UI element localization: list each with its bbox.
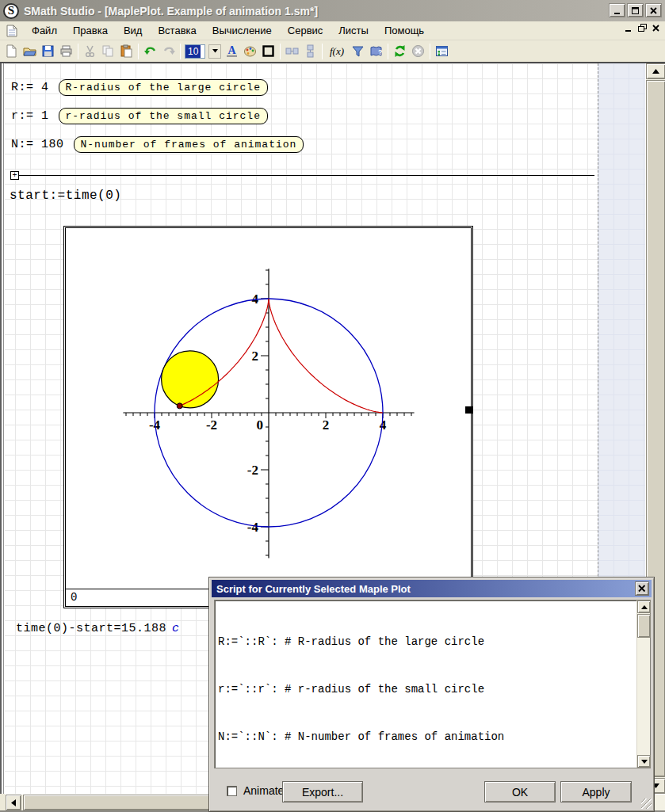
collapsed-region-toggle[interactable]: + <box>10 171 19 180</box>
dialog-close-button[interactable] <box>635 581 649 596</box>
toolbar-separator <box>430 44 430 59</box>
mdi-restore-button[interactable] <box>638 24 647 32</box>
svg-text:0: 0 <box>257 417 264 433</box>
reference-book-icon: ? <box>369 44 383 58</box>
align-vertical-icon <box>304 44 317 58</box>
maple-plot[interactable]: -4-2024-4-224 0 <box>63 226 473 608</box>
font-color-button[interactable]: A <box>223 43 241 60</box>
border-button[interactable] <box>259 43 277 60</box>
script-scroll-up-button[interactable] <box>637 600 651 613</box>
stop-button[interactable] <box>409 43 427 60</box>
document-icon[interactable] <box>6 25 17 37</box>
definition-N[interactable]: N:= 180 N-number of frames of animation <box>11 136 304 153</box>
plot-resize-handle[interactable] <box>465 406 472 414</box>
print-button[interactable] <box>57 43 75 60</box>
save-button[interactable] <box>39 43 57 60</box>
align-vertical-button[interactable] <box>301 43 319 60</box>
maximize-button[interactable] <box>627 3 644 17</box>
comment-R[interactable]: R-radius of the large circle <box>59 79 268 96</box>
font-color-icon: A <box>225 44 239 58</box>
script-scroll-thumb[interactable] <box>637 614 651 638</box>
palette-button[interactable] <box>241 43 259 60</box>
font-size-combo[interactable]: 10 <box>185 44 221 59</box>
copy-button[interactable] <box>99 43 117 60</box>
script-editor[interactable]: R:=`::R`: # R-radius of the large circle… <box>214 600 651 768</box>
font-size-text: 10 <box>185 45 201 58</box>
undo-button[interactable] <box>141 43 159 60</box>
comment-N[interactable]: N-number of frames of animation <box>74 136 304 153</box>
export-button[interactable]: Export... <box>282 781 363 802</box>
script-text[interactable]: R:=`::R`: # R-radius of the large circle… <box>215 600 636 768</box>
svg-text:-4: -4 <box>247 520 259 535</box>
resize-grip[interactable] <box>641 799 652 809</box>
paste-button[interactable] <box>117 43 136 60</box>
print-icon <box>59 44 73 58</box>
menu-help[interactable]: Помощь <box>376 23 432 38</box>
close-icon <box>649 6 658 15</box>
menu-file[interactable]: Файл <box>24 23 65 38</box>
expr-R[interactable]: R:= 4 <box>11 81 49 94</box>
maple-script-dialog: Script for Currently Selected Maple Plot… <box>208 577 655 812</box>
dialog-title-bar[interactable]: Script for Currently Selected Maple Plot <box>212 580 652 597</box>
expr-N[interactable]: N:= 180 <box>11 138 64 151</box>
svg-text:-2: -2 <box>247 463 258 478</box>
dialog-title: Script for Currently Selected Maple Plot <box>216 583 411 595</box>
reference-book-button[interactable]: ? <box>367 43 385 60</box>
align-horizontal-button[interactable] <box>283 43 301 60</box>
menu-view[interactable]: Вид <box>116 23 151 38</box>
menu-calculation[interactable]: Вычисление <box>204 23 280 38</box>
elapsed-expression[interactable]: time(0)-start=15.188с <box>16 622 180 635</box>
options-panel-button[interactable] <box>433 43 451 60</box>
menu-edit[interactable]: Правка <box>65 23 116 38</box>
function-button[interactable]: f(x) <box>325 43 349 60</box>
mdi-minimize-icon <box>625 25 633 32</box>
redo-button[interactable] <box>159 43 178 60</box>
elapsed-value: time(0)-start=15.188 <box>16 622 166 635</box>
new-document-button[interactable] <box>2 43 21 60</box>
animate-label[interactable]: Animate <box>243 784 284 797</box>
open-button[interactable] <box>21 43 39 60</box>
cut-button[interactable] <box>81 43 99 60</box>
apply-button[interactable]: Apply <box>560 781 632 802</box>
collapsed-region-line <box>19 175 594 176</box>
mdi-close-icon <box>652 25 660 32</box>
menu-sheets[interactable]: Листы <box>331 23 376 38</box>
start-expression[interactable]: start:=time(0) <box>10 189 121 203</box>
definition-R[interactable]: R:= 4 R-radius of the large circle <box>11 79 268 96</box>
refresh-button[interactable] <box>391 43 409 60</box>
refresh-icon <box>393 44 407 58</box>
animate-checkbox[interactable] <box>227 786 237 796</box>
menu-insert[interactable]: Вставка <box>150 23 204 38</box>
comment-r[interactable]: r-radius of the small circle <box>59 108 268 124</box>
toolbar-separator <box>322 44 323 59</box>
ok-button[interactable]: OK <box>484 781 556 802</box>
font-size-dropdown-button[interactable] <box>208 44 221 59</box>
scroll-up-button[interactable] <box>646 63 665 79</box>
script-scrollbar[interactable] <box>636 600 650 768</box>
window-title: SMath Studio - [MaplePlot. Example of an… <box>24 5 318 17</box>
filter-icon <box>351 44 365 58</box>
minimize-button[interactable] <box>609 3 625 17</box>
menu-tools[interactable]: Сервис <box>280 23 331 38</box>
expr-r[interactable]: r:= 1 <box>11 109 49 123</box>
function-icon: f(x) <box>330 45 344 58</box>
filter-button[interactable] <box>349 43 367 60</box>
undo-icon <box>143 44 158 58</box>
options-panel-icon <box>435 44 449 58</box>
mdi-minimize-button[interactable] <box>625 25 633 32</box>
open-icon <box>23 44 36 58</box>
chevron-down-icon <box>212 49 218 53</box>
cut-icon <box>83 44 97 58</box>
close-button[interactable] <box>645 3 662 17</box>
script-scroll-down-button[interactable] <box>637 755 651 768</box>
svg-text:2: 2 <box>252 349 259 364</box>
page-left-border <box>0 63 5 794</box>
definition-r[interactable]: r:= 1 r-radius of the small circle <box>11 108 268 124</box>
logo-letter: S <box>8 4 14 17</box>
title-bar[interactable]: S SMath Studio - [MaplePlot. Example of … <box>0 0 665 21</box>
toolbar-separator <box>280 44 281 59</box>
scroll-left-button[interactable] <box>6 795 21 810</box>
font-size-value[interactable]: 10 <box>185 44 205 59</box>
svg-text:A: A <box>227 44 236 56</box>
mdi-close-button[interactable] <box>652 25 660 32</box>
